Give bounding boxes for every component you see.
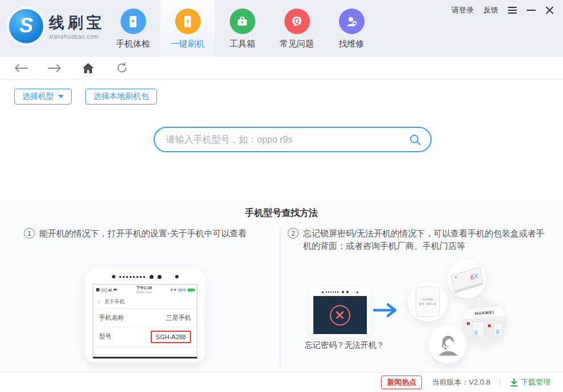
nav-label: 一键刷机 bbox=[171, 39, 205, 49]
guide-title: 手机型号查找方法 bbox=[0, 207, 563, 219]
store-sign: HUAWEI bbox=[463, 305, 506, 320]
nav-item-toolbox[interactable]: 工具箱 bbox=[215, 0, 270, 57]
nav-item-phone-check[interactable]: 手机体检 bbox=[106, 0, 160, 57]
phone-store-bubble: HUAWEI bbox=[463, 299, 506, 343]
step-2-text: 忘记锁屏密码/无法开机的情况下，可以查看手机的包装盒或者手机的背面；或者咨询手机… bbox=[303, 227, 545, 252]
packaging-box: 6X bbox=[450, 266, 483, 291]
chevron-down-icon bbox=[58, 95, 64, 98]
select-local-package-button[interactable]: 选择本地刷机包 bbox=[85, 89, 157, 105]
phone-model-label: 型号 bbox=[99, 332, 111, 341]
select-model-button[interactable]: 选择机型 bbox=[14, 89, 72, 105]
phone-speaker-decoration bbox=[85, 267, 205, 282]
nav-label: 常见问题 bbox=[280, 39, 314, 49]
back-chevron-icon: ‹ bbox=[98, 299, 100, 305]
status-bar: QQ 下午1:39 58pic.com 96% bbox=[93, 285, 197, 295]
nav-item-repair[interactable]: 找维修 bbox=[324, 0, 379, 57]
store-brand-label: HUAWEI bbox=[475, 310, 494, 315]
version-label: 当前版本：V2.0.8 bbox=[432, 377, 490, 387]
locked-caption: 忘记密码？无法开机？ bbox=[305, 340, 384, 351]
phone-back-bubble: HUAWEI 型号: MHA-AL bbox=[408, 282, 448, 322]
support-agent-icon bbox=[435, 332, 461, 358]
phone-back-brand: HUAWEI bbox=[422, 298, 433, 301]
battery-percent: 96% bbox=[178, 288, 186, 292]
signal-icon bbox=[108, 289, 112, 291]
nav-item-one-key-flash[interactable]: 一键刷机 bbox=[160, 0, 215, 57]
nav-label: 工具箱 bbox=[230, 39, 255, 49]
about-phone-title: 关于手机 bbox=[104, 298, 125, 306]
locked-phone-illustration bbox=[310, 287, 370, 337]
repair-icon bbox=[339, 9, 365, 34]
box-model-label: 6X bbox=[470, 272, 479, 282]
phone-check-icon bbox=[121, 9, 146, 34]
customer-service-bubble bbox=[429, 326, 467, 364]
one-key-flash-icon bbox=[175, 9, 201, 34]
phone-name-row: 手机名称 三星手机 bbox=[93, 309, 197, 327]
news-hotspot-badge[interactable]: 新闻热点 bbox=[381, 376, 422, 389]
model-search-box bbox=[154, 127, 432, 152]
select-model-label: 选择机型 bbox=[22, 91, 54, 102]
nav-item-faq[interactable]: Q 常见问题 bbox=[270, 0, 324, 57]
refresh-button[interactable] bbox=[114, 61, 129, 76]
battery-icon bbox=[188, 289, 194, 291]
login-link[interactable]: 请登录 bbox=[452, 5, 474, 15]
footer-divider bbox=[500, 378, 500, 387]
error-cross-icon bbox=[330, 305, 350, 326]
phone-model-value-highlight: SGH-A288 bbox=[151, 331, 191, 343]
settings-phone-illustration: QQ 下午1:39 58pic.com 96% ‹ 关于手机 手机名称 三星手机 bbox=[85, 267, 205, 362]
wifi-icon bbox=[113, 289, 117, 291]
phone-screen: QQ 下午1:39 58pic.com 96% ‹ 关于手机 手机名称 三星手机 bbox=[93, 284, 197, 358]
step-1-number: 1 bbox=[24, 228, 35, 239]
faq-icon: Q bbox=[284, 9, 310, 34]
about-phone-header: ‹ 关于手机 bbox=[93, 295, 197, 309]
download-manager-label: 下载管理 bbox=[521, 377, 550, 387]
shield-icon bbox=[174, 289, 176, 291]
download-manager-link[interactable]: 下载管理 bbox=[510, 377, 550, 387]
browser-toolbar bbox=[0, 57, 563, 80]
packaging-box-bubble: 6X bbox=[448, 260, 486, 298]
step-2-number: 2 bbox=[288, 228, 299, 239]
location-icon bbox=[171, 289, 173, 291]
box-dot-decoration bbox=[455, 276, 457, 278]
back-button[interactable] bbox=[14, 61, 28, 76]
nav-label: 找维修 bbox=[339, 39, 365, 49]
guide-step-1: 1 能开机的情况下，打开手机的设置-关于手机中可以查看 bbox=[24, 227, 277, 240]
minimize-icon[interactable] bbox=[527, 10, 536, 11]
guide-step-2: 2 忘记锁屏密码/无法开机的情况下，可以查看手机的包装盒或者手机的背面；或者咨询… bbox=[288, 227, 545, 252]
column-divider bbox=[280, 226, 280, 366]
phone-name-label: 手机名称 bbox=[99, 314, 124, 322]
locked-screen bbox=[313, 296, 367, 334]
phone-back-model: 型号: MHA-AL bbox=[419, 302, 437, 306]
menu-icon[interactable] bbox=[508, 5, 517, 15]
nav-label: 手机体检 bbox=[116, 39, 150, 49]
search-input[interactable] bbox=[166, 135, 409, 145]
feedback-link[interactable]: 反馈 bbox=[483, 5, 498, 15]
brand-domain: xianshuabao.com bbox=[49, 34, 105, 40]
phone-speaker-decoration bbox=[310, 287, 370, 294]
status-site: 58pic.com bbox=[136, 290, 152, 294]
logo-icon: S bbox=[9, 9, 43, 43]
download-icon bbox=[510, 378, 518, 387]
phone-model-row: 型号 SGH-A288 bbox=[93, 327, 197, 347]
status-footer: 新闻热点 当前版本：V2.0.8 下载管理 bbox=[0, 372, 563, 392]
svg-text:Q: Q bbox=[294, 17, 299, 25]
storefront: HUAWEI bbox=[463, 299, 506, 343]
home-button[interactable] bbox=[81, 61, 96, 76]
step-1-text: 能开机的情况下，打开手机的设置-关于手机中可以查看 bbox=[39, 227, 247, 240]
carrier-label: QQ bbox=[101, 288, 107, 292]
search-icon[interactable] bbox=[409, 134, 421, 146]
phone-name-value: 三星手机 bbox=[166, 314, 191, 322]
select-local-package-label: 选择本地刷机包 bbox=[93, 91, 149, 102]
toolbox-icon bbox=[230, 9, 255, 34]
phone-back-card: HUAWEI 型号: MHA-AL bbox=[416, 286, 440, 317]
carrier-icon bbox=[96, 288, 100, 291]
main-nav: 手机体检 一键刷机 工具箱 Q 常见问题 找维修 bbox=[106, 0, 379, 57]
status-time: 下午1:39 bbox=[136, 286, 152, 290]
window-controls: 请登录 反馈 bbox=[452, 5, 554, 15]
close-icon[interactable] bbox=[545, 6, 554, 15]
forward-button[interactable] bbox=[47, 61, 62, 76]
action-button-row: 选择机型 选择本地刷机包 bbox=[14, 89, 157, 105]
app-header: S 线刷宝 xianshuabao.com 手机体检 一键刷机 工具箱 bbox=[0, 0, 563, 57]
brand-name: 线刷宝 bbox=[49, 12, 105, 33]
right-arrow-icon bbox=[372, 302, 401, 318]
brand-logo: S 线刷宝 xianshuabao.com bbox=[9, 9, 105, 43]
